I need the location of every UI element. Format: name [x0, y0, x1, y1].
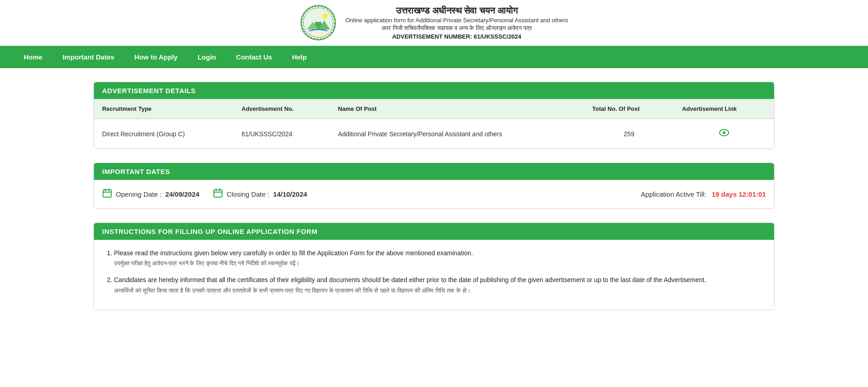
org-title: उत्तराखण्ड अधीनस्थ सेवा चयन आयोग — [345, 5, 568, 16]
svg-point-6 — [322, 13, 328, 19]
subtitle-hi: अपर निजी सचिव/वैयक्तिक सहायक व अन्य के ल… — [345, 25, 568, 32]
important-dates-header: IMPORTANT DATES — [94, 163, 774, 180]
advertisement-table: Recruitment Type Advertisement No. Name … — [94, 99, 774, 149]
col-total-posts: Total No. Of Post — [584, 99, 674, 119]
cell-total-posts: 259 — [584, 119, 674, 149]
main-nav: Home Important Dates How to Apply Login … — [0, 46, 868, 68]
dates-row: Opening Date : 24/09/2024 Cl — [94, 180, 774, 208]
instructions-header: INSTRUCTIONS FOR FILLING UP ONLINE APPLI… — [94, 223, 774, 240]
page-header: उत्तराखण्ड अधीनस्थ सेवा चयन आयोग Online … — [0, 0, 868, 46]
closing-date-item: Closing Date : 14/10/2024 — [213, 188, 307, 200]
opening-date-label: Opening Date : 24/09/2024 — [116, 190, 199, 198]
closing-date-value: 14/10/2024 — [273, 190, 307, 198]
advertisement-details-section: ADVERTISEMENT DETAILS Recruitment Type A… — [94, 82, 774, 149]
col-adv-no: Advertisement No. — [233, 99, 330, 119]
nav-help[interactable]: Help — [282, 46, 317, 68]
important-dates-section: IMPORTANT DATES Opening Date : 24/09 — [94, 163, 774, 209]
nav-how-to-apply[interactable]: How to Apply — [124, 46, 187, 68]
cell-adv-no: 61/UKSSSC/2024 — [233, 119, 330, 149]
logo — [300, 5, 336, 41]
nav-important-dates[interactable]: Important Dates — [53, 46, 124, 68]
active-till: Application Active Till: 19 days 12:01:0… — [641, 190, 766, 198]
instructions-section: INSTRUCTIONS FOR FILLING UP ONLINE APPLI… — [94, 223, 774, 310]
col-name-of-post: Name Of Post — [330, 99, 584, 119]
svg-point-9 — [723, 131, 725, 134]
active-till-value: 19 days 12:01:01 — [712, 190, 766, 198]
main-content: ADVERTISEMENT DETAILS Recruitment Type A… — [80, 68, 788, 337]
svg-rect-14 — [214, 190, 222, 197]
svg-rect-10 — [103, 190, 111, 197]
subtitle-en: Online application form for Additional P… — [345, 17, 568, 24]
cell-name-of-post: Additional Private Secretary/Personal As… — [330, 119, 584, 149]
opening-date-item: Opening Date : 24/09/2024 — [102, 188, 199, 200]
list-item: Please read the instructions given below… — [114, 248, 763, 268]
opening-date-value: 24/09/2024 — [165, 190, 199, 198]
instructions-list: Please read the instructions given below… — [105, 248, 763, 295]
closing-date-label: Closing Date : 14/10/2024 — [227, 190, 307, 198]
cell-recruitment-type: Direct Recruitment (Group C) — [94, 119, 233, 149]
header-text-block: उत्तराखण्ड अधीनस्थ सेवा चयन आयोग Online … — [345, 5, 568, 40]
col-adv-link: Advertisement Link — [674, 99, 774, 119]
nav-home[interactable]: Home — [14, 46, 53, 68]
adv-number: ADVERTISEMENT NUMBER: 61/UKSSSC/2024 — [345, 33, 568, 40]
table-header-row: Recruitment Type Advertisement No. Name … — [94, 99, 774, 119]
calendar-icon-close — [213, 188, 223, 200]
list-item: Candidates are hereby informed that all … — [114, 275, 763, 295]
instructions-body: Please read the instructions given below… — [94, 240, 774, 310]
calendar-icon-open — [102, 188, 112, 200]
advertisement-section-header: ADVERTISEMENT DETAILS — [94, 82, 774, 99]
table-row: Direct Recruitment (Group C) 61/UKSSSC/2… — [94, 119, 774, 149]
col-recruitment-type: Recruitment Type — [94, 99, 233, 119]
view-advertisement-icon[interactable] — [719, 130, 730, 140]
nav-contact-us[interactable]: Contact Us — [226, 46, 282, 68]
active-till-label: Application Active Till: — [641, 190, 706, 198]
cell-adv-link[interactable] — [674, 119, 774, 149]
nav-login[interactable]: Login — [187, 46, 226, 68]
